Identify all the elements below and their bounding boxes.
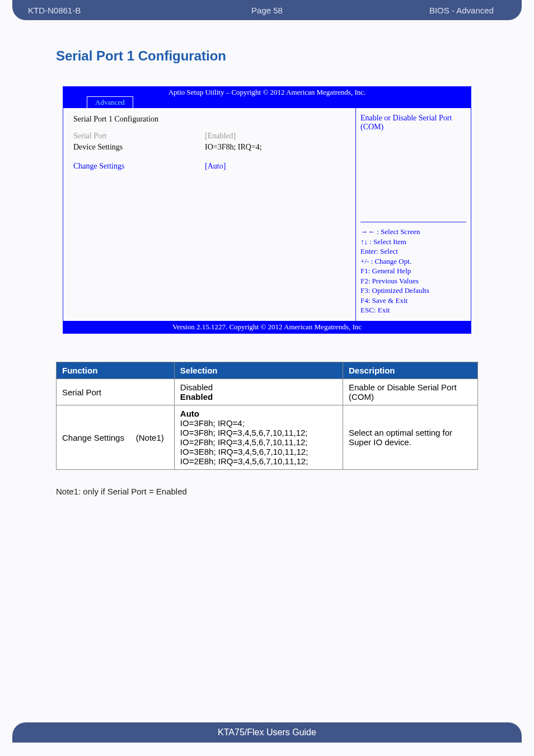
bios-item-serial-port[interactable]: Serial Port — [73, 132, 205, 141]
sel-option: IO=2F8h; IRQ=3,4,5,6,7,10,11,12; — [180, 437, 337, 447]
cell-sel-serial-port: Disabled Enabled — [174, 379, 343, 405]
bios-item-change-settings[interactable]: Change Settings — [73, 162, 205, 171]
bios-item-device-settings: Device Settings — [73, 143, 205, 152]
bios-key-change-opt: +/- : Change Opt. — [360, 256, 466, 267]
bios-titlebar: Aptio Setup Utility – Copyright © 2012 A… — [63, 87, 471, 108]
bios-panel-heading: Serial Port 1 Configuration — [73, 115, 205, 124]
bios-value-device-settings: IO=3F8h; IRQ=4; — [205, 143, 345, 152]
sel-option: IO=3E8h; IRQ=3,4,5,6,7,10,11,12; — [180, 447, 337, 456]
bios-key-f1: F1: General Help — [360, 266, 466, 276]
cell-desc-change-settings: Select an optimal setting for Super IO d… — [343, 405, 478, 470]
cell-sel-change-settings: Auto IO=3F8h; IRQ=4; IO=3F8h; IRQ=3,4,5,… — [174, 405, 343, 470]
bios-key-f3: F3: Optimized Defaults — [360, 286, 466, 296]
bios-key-enter: Enter: Select — [360, 246, 466, 256]
sel-option-default: Enabled — [180, 392, 337, 402]
table-row: Serial Port Disabled Enabled Enable or D… — [57, 379, 478, 405]
bios-help-panel: Enable or Disable Serial Port (COM) →← :… — [356, 108, 471, 321]
table-header-row: Function Selection Description — [57, 362, 478, 379]
bios-screenshot: Aptio Setup Utility – Copyright © 2012 A… — [63, 86, 471, 334]
function-table: Function Selection Description Serial Po… — [56, 362, 478, 470]
header-page-number: Page 58 — [251, 6, 283, 15]
bios-value-change-settings: [Auto] — [205, 162, 345, 171]
section-title: Serial Port 1 Configuration — [56, 48, 478, 64]
cell-desc-serial-port: Enable or Disable Serial Port (COM) — [343, 379, 478, 405]
th-selection: Selection — [174, 362, 343, 379]
bios-main-panel: Serial Port 1 Configuration Serial Port … — [63, 108, 356, 321]
page-header: KTD-N0861-B Page 58 BIOS - Advanced — [12, 0, 522, 20]
footer-guide-title: KTA75/Flex Users Guide — [218, 727, 316, 738]
bios-utility-title: Aptio Setup Utility – Copyright © 2012 A… — [63, 87, 471, 97]
bios-key-legend: →← : Select Screen ↑↓ : Select Item Ente… — [360, 222, 466, 315]
sel-option: Disabled — [180, 382, 337, 392]
bios-key-f2: F2: Previous Values — [360, 276, 466, 286]
th-description: Description — [343, 362, 478, 379]
bios-tab-advanced[interactable]: Advanced — [87, 96, 133, 108]
bios-value-serial-port: [Enabled] — [205, 132, 345, 141]
header-section: BIOS - Advanced — [429, 6, 494, 15]
bios-version-footer: Version 2.15.1227. Copyright © 2012 Amer… — [63, 321, 471, 333]
table-row: Change Settings (Note1) Auto IO=3F8h; IR… — [57, 405, 478, 470]
cell-fn-serial-port: Serial Port — [57, 379, 175, 405]
bios-key-f4: F4: Save & Exit — [360, 296, 466, 306]
page-footer: KTA75/Flex Users Guide — [12, 722, 522, 743]
cell-fn-change-settings: Change Settings (Note1) — [57, 405, 175, 470]
sel-option: IO=2E8h; IRQ=3,4,5,6,7,10,11,12; — [180, 456, 337, 466]
sel-option-default: Auto — [180, 409, 337, 418]
bios-key-select-screen: →← : Select Screen — [360, 227, 466, 237]
bios-key-select-item: ↑↓ : Select Item — [360, 237, 466, 247]
header-doc-id: KTD-N0861-B — [28, 6, 81, 15]
sel-option: IO=3F8h; IRQ=3,4,5,6,7,10,11,12; — [180, 428, 337, 437]
th-function: Function — [57, 362, 175, 379]
bios-help-text: Enable or Disable Serial Port (COM) — [360, 114, 466, 132]
sel-option: IO=3F8h; IRQ=4; — [180, 418, 337, 428]
bios-key-esc: ESC: Exit — [360, 305, 466, 315]
note-text: Note1: only if Serial Port = Enabled — [56, 487, 478, 496]
